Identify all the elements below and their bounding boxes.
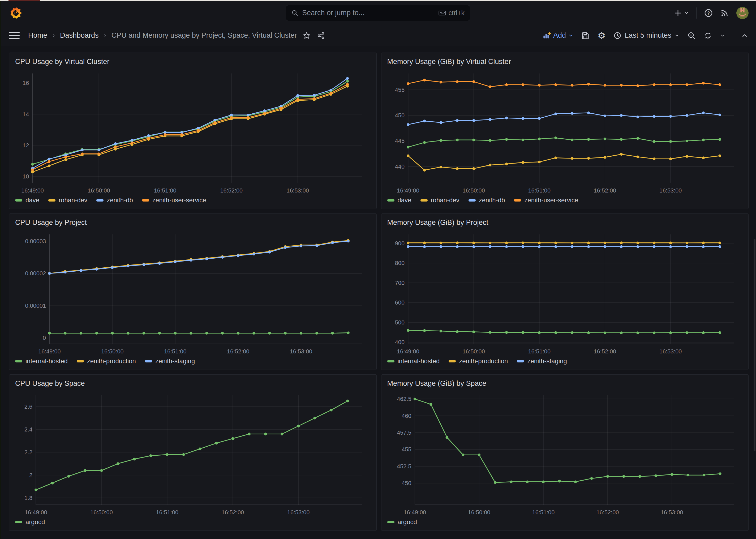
legend-series-label: dave: [26, 196, 39, 204]
legend-item[interactable]: argocd: [387, 518, 417, 526]
rss-icon: [721, 9, 729, 17]
svg-text:0.00002: 0.00002: [25, 270, 46, 277]
add-panel-icon: [543, 32, 551, 39]
legend-item[interactable]: zenith-user-service: [514, 196, 578, 204]
legend-series-label: zenith-production: [459, 357, 508, 365]
news-rss-button[interactable]: [721, 9, 729, 17]
refresh-button[interactable]: [704, 31, 712, 40]
legend-series-label: dave: [398, 196, 411, 204]
refresh-interval-dropdown[interactable]: [720, 33, 725, 38]
breadcrumb-separator-icon: [103, 34, 107, 38]
legend-series-label: argocd: [398, 518, 417, 526]
panel-cpu-usage-by-project: CPU Usage by Project 00.000010.000020.00…: [9, 213, 377, 370]
legend-item[interactable]: rohan-dev: [48, 196, 87, 204]
legend-item[interactable]: zenith-db: [468, 196, 505, 204]
svg-text:900: 900: [395, 240, 404, 247]
legend-item[interactable]: zenith-staging: [517, 357, 567, 365]
save-dashboard-button[interactable]: [581, 31, 589, 40]
time-series-chart[interactable]: 44044545045516:49:0016:50:0016:51:0016:5…: [381, 67, 749, 196]
svg-text:450: 450: [402, 480, 411, 487]
legend-item[interactable]: internal-hosted: [387, 357, 440, 365]
chevron-down-icon: [720, 33, 725, 38]
svg-text:16:51:00: 16:51:00: [532, 509, 555, 516]
page-scrollbar-thumb[interactable]: [754, 239, 755, 451]
svg-text:700: 700: [395, 279, 404, 286]
search-shortcut: ctrl+k: [439, 9, 464, 17]
svg-text:16:50:00: 16:50:00: [468, 509, 490, 516]
legend-item[interactable]: argocd: [15, 518, 45, 526]
panel-cpu-usage-by-space: CPU Usage by Space 1.822.22.42.616:49:00…: [9, 374, 377, 531]
time-series-chart[interactable]: 1.822.22.42.616:49:0016:50:0016:51:0016:…: [9, 389, 377, 518]
panel-title[interactable]: Memory Usage (GiB) by Project: [381, 214, 749, 228]
legend-item[interactable]: zenith-production: [448, 357, 508, 365]
legend-series-color: [142, 199, 149, 201]
svg-text:16:49:00: 16:49:00: [21, 187, 44, 194]
svg-text:0.00001: 0.00001: [25, 302, 46, 309]
new-menu-button[interactable]: [674, 9, 689, 17]
breadcrumb-current-page[interactable]: CPU and Memory usage by Project, Space, …: [111, 31, 297, 39]
collapse-toolbar-button[interactable]: [741, 32, 748, 39]
svg-text:455: 455: [402, 446, 411, 453]
svg-text:16:50:00: 16:50:00: [462, 187, 485, 194]
time-range-picker[interactable]: Last 5 minutes: [613, 31, 679, 39]
panel-title[interactable]: CPU Usage by Virtual Cluster: [9, 53, 377, 67]
legend-series-label: zenith-user-service: [524, 196, 578, 204]
svg-text:1.8: 1.8: [25, 495, 33, 501]
breadcrumb-home[interactable]: Home: [28, 31, 47, 39]
panel-title[interactable]: Memory Usage (GiB) by Space: [381, 375, 749, 389]
legend-series-color: [421, 199, 428, 201]
legend-series-color: [77, 360, 84, 362]
menu-toggle-button[interactable]: [9, 32, 20, 39]
share-button[interactable]: [317, 32, 325, 39]
time-series-chart[interactable]: 450452.5455457.5460462.516:49:0016:50:00…: [381, 389, 749, 518]
avatar-pixel-art: [736, 7, 749, 19]
svg-text:600: 600: [395, 299, 404, 306]
divider: [733, 30, 733, 41]
panel-title[interactable]: Memory Usage (GiB) by Virtual Cluster: [381, 53, 749, 67]
help-button[interactable]: ?: [704, 9, 713, 18]
legend-series-label: internal-hosted: [26, 357, 68, 365]
help-icon: ?: [704, 9, 713, 18]
legend-item[interactable]: dave: [387, 196, 411, 204]
legend-item[interactable]: internal-hosted: [15, 357, 68, 365]
window-left-edge: [0, 1, 1, 539]
legend-item[interactable]: zenith-db: [96, 196, 133, 204]
time-series-chart[interactable]: 40050060070080090016:49:0016:50:0016:51:…: [381, 228, 749, 357]
user-avatar[interactable]: [736, 7, 749, 19]
svg-text:16:53:00: 16:53:00: [659, 348, 682, 355]
svg-text:16:52:00: 16:52:00: [596, 509, 619, 516]
panel-title[interactable]: CPU Usage by Project: [9, 214, 377, 228]
legend-series-label: zenith-staging: [527, 357, 567, 365]
breadcrumb-dashboards[interactable]: Dashboards: [60, 31, 99, 39]
time-series-chart[interactable]: 00.000010.000020.0000316:49:0016:50:0016…: [9, 228, 377, 357]
svg-text:462.5: 462.5: [397, 396, 411, 402]
time-series-chart[interactable]: 1012141616:49:0016:50:0016:51:0016:52:00…: [9, 67, 377, 196]
svg-text:16: 16: [23, 80, 29, 86]
favorite-star-button[interactable]: [303, 32, 310, 39]
breadcrumb: Home Dashboards CPU and Memory usage by …: [28, 31, 297, 39]
svg-text:2.2: 2.2: [25, 449, 33, 456]
legend-item[interactable]: zenith-production: [77, 357, 136, 365]
panel-title[interactable]: CPU Usage by Space: [9, 375, 377, 389]
legend-item[interactable]: zenith-staging: [145, 357, 195, 365]
legend-item[interactable]: zenith-user-service: [142, 196, 206, 204]
legend-series-color: [387, 199, 394, 201]
chevron-down-icon: [674, 33, 679, 38]
grafana-logo[interactable]: [10, 7, 22, 19]
legend-item[interactable]: dave: [15, 196, 39, 204]
legend-series-color: [448, 360, 456, 362]
svg-text:16:51:00: 16:51:00: [528, 187, 551, 194]
svg-text:16:52:00: 16:52:00: [227, 348, 249, 355]
legend-series-color: [468, 199, 476, 201]
legend-item[interactable]: rohan-dev: [421, 196, 459, 204]
search-input[interactable]: Search or jump to... ctrl+k: [286, 5, 470, 21]
svg-text:16:53:00: 16:53:00: [287, 509, 310, 516]
legend-series-color: [514, 199, 521, 201]
add-panel-button[interactable]: Add: [543, 31, 573, 39]
dashboard-settings-button[interactable]: ⚙: [597, 30, 605, 41]
divider: [696, 7, 697, 19]
legend-series-color: [15, 360, 22, 362]
zoom-out-button[interactable]: [687, 31, 696, 40]
legend-series-label: rohan-dev: [431, 196, 459, 204]
chevron-down-icon: [684, 11, 689, 15]
